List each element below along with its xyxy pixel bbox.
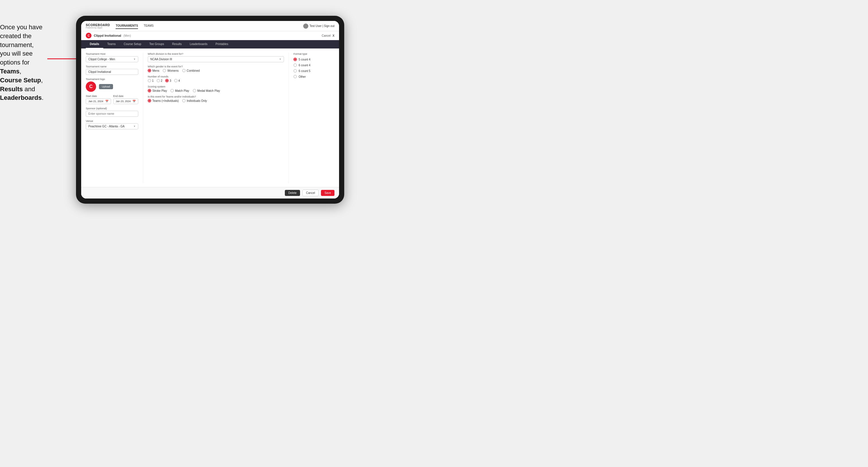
middle-column: Which division is the event for? NCAA Di…: [143, 53, 288, 183]
top-nav: SCOREBOARD Powered by clippd TOURNAMENTS…: [81, 21, 339, 31]
logo-area: SCOREBOARD Powered by clippd: [86, 23, 110, 29]
upload-button[interactable]: Upload: [99, 84, 113, 89]
tab-details[interactable]: Details: [86, 40, 103, 49]
tab-results[interactable]: Results: [168, 40, 186, 49]
teams-radio[interactable]: [148, 99, 151, 102]
scoring-radio-group: Stroke Play Match Play Medal Match Play: [148, 89, 284, 92]
date-row: Start date Jan 21, 2024 📅 End date Jan 2…: [86, 95, 138, 104]
nav-link-tournaments[interactable]: TOURNAMENTS: [116, 23, 138, 29]
end-date-group: End date Jan 23, 2024 📅: [113, 95, 138, 104]
breadcrumb-icon: C: [86, 33, 92, 38]
format-5count4-radio[interactable]: [293, 58, 297, 61]
rounds-4[interactable]: 4: [174, 79, 180, 82]
user-area: Test User | Sign out: [303, 24, 335, 29]
format-other[interactable]: Other: [293, 75, 335, 78]
scoring-match-radio[interactable]: [170, 89, 174, 92]
rounds-radio-group: 1 2 3 4: [148, 79, 284, 82]
individuals-radio[interactable]: [182, 99, 186, 102]
start-date-input[interactable]: Jan 21, 2024 📅: [86, 98, 111, 104]
individuals-only[interactable]: Individuals Only: [182, 99, 207, 102]
rounds-1-radio[interactable]: [148, 79, 151, 82]
tournament-host-input[interactable]: Clippd College - Men ▼: [86, 56, 138, 62]
tab-tee-groups[interactable]: Tee Groups: [145, 40, 168, 49]
sponsor-label: Sponsor (optional): [86, 107, 138, 110]
gender-womens-radio[interactable]: [163, 69, 166, 72]
tournament-logo-label: Tournament logo: [86, 78, 138, 81]
rounds-group: Number of rounds 1 2: [148, 75, 284, 82]
venue-label: Venue: [86, 120, 138, 123]
rounds-2-radio[interactable]: [157, 79, 160, 82]
tournament-logo-group: Tournament logo C Upload: [86, 78, 138, 92]
rounds-2[interactable]: 2: [157, 79, 163, 82]
gender-combined[interactable]: Combined: [182, 69, 200, 72]
format-6count4-radio[interactable]: [293, 63, 297, 67]
sponsor-input[interactable]: [86, 111, 138, 117]
breadcrumb-row: C Clippd Invitational (Men) Cancel X: [81, 31, 339, 40]
cancel-button[interactable]: Cancel: [302, 190, 319, 196]
calendar-end-icon: 📅: [132, 100, 136, 103]
scoring-group: Scoring system Stroke Play Match Play: [148, 85, 284, 92]
tab-printables[interactable]: Printables: [211, 40, 232, 49]
team-individual-label: Is this event for Teams and/or Individua…: [148, 95, 284, 98]
scoring-medal[interactable]: Medal Match Play: [193, 89, 220, 92]
scoring-stroke-radio[interactable]: [148, 89, 151, 92]
start-date-label: Start date: [86, 95, 111, 97]
user-label[interactable]: Test User | Sign out: [310, 24, 335, 28]
logo-circle: C: [86, 82, 96, 92]
team-individual-radio-group: Teams (+Individuals) Individuals Only: [148, 99, 284, 102]
format-5count4[interactable]: 5 count 4: [293, 58, 335, 61]
tab-course-setup[interactable]: Course Setup: [120, 40, 145, 49]
scoring-match[interactable]: Match Play: [170, 89, 189, 92]
tournament-host-label: Tournament Host: [86, 53, 138, 55]
scoring-label: Scoring system: [148, 85, 284, 88]
gender-mens[interactable]: Mens: [148, 69, 159, 72]
tournament-name-input[interactable]: Clippd Invitational: [86, 69, 138, 75]
tab-teams[interactable]: Teams: [103, 40, 120, 49]
team-individual-group: Is this event for Teams and/or Individua…: [148, 95, 284, 102]
scoring-medal-radio[interactable]: [193, 89, 196, 92]
tournament-name-label: Tournament name: [86, 65, 138, 68]
dropdown-arrow-icon: ▼: [133, 58, 136, 61]
instructional-text: Once you have created the tournament, yo…: [0, 23, 66, 102]
gender-radio-group: Mens Womens Combined: [148, 69, 284, 72]
delete-button[interactable]: Delete: [285, 190, 300, 196]
division-dropdown-icon: ▼: [279, 58, 281, 61]
tablet-screen: SCOREBOARD Powered by clippd TOURNAMENTS…: [81, 21, 339, 198]
nav-link-teams[interactable]: TEAMS: [144, 23, 153, 29]
format-6count5-radio[interactable]: [293, 69, 297, 72]
format-6count4[interactable]: 6 count 4: [293, 63, 335, 67]
tournament-name-group: Tournament name Clippd Invitational: [86, 65, 138, 75]
logo-subtitle: Powered by clippd: [86, 27, 110, 29]
end-date-input[interactable]: Jan 23, 2024 📅: [113, 98, 138, 104]
gender-womens[interactable]: Womens: [163, 69, 179, 72]
gender-mens-radio[interactable]: [148, 69, 151, 72]
gender-label: Which gender is the event for?: [148, 65, 284, 68]
right-column: Format type 5 count 4 6 count 4 6 cou: [288, 53, 335, 183]
rounds-3[interactable]: 3: [165, 79, 171, 82]
logo-upload-row: C Upload: [86, 82, 138, 92]
tabs-row: Details Teams Course Setup Tee Groups Re…: [81, 40, 339, 49]
rounds-1[interactable]: 1: [148, 79, 154, 82]
rounds-3-radio[interactable]: [165, 79, 169, 82]
cancel-top-button[interactable]: Cancel X: [321, 34, 335, 37]
scoring-stroke[interactable]: Stroke Play: [148, 89, 167, 92]
division-input[interactable]: NCAA Division III ▼: [148, 56, 284, 62]
calendar-icon: 📅: [105, 100, 108, 103]
format-6count5[interactable]: 6 count 5: [293, 69, 335, 72]
rounds-label: Number of rounds: [148, 75, 284, 78]
venue-input[interactable]: Peachtree GC - Atlanta - GA ▼: [86, 123, 138, 129]
teams-plus-individuals[interactable]: Teams (+Individuals): [148, 99, 179, 102]
main-content: Tournament Host Clippd College - Men ▼ T…: [81, 49, 339, 198]
form-area: Tournament Host Clippd College - Men ▼ T…: [81, 49, 339, 187]
division-label: Which division is the event for?: [148, 53, 284, 55]
gender-combined-radio[interactable]: [182, 69, 186, 72]
left-column: Tournament Host Clippd College - Men ▼ T…: [86, 53, 143, 183]
start-date-group: Start date Jan 21, 2024 📅: [86, 95, 111, 104]
end-date-label: End date: [113, 95, 138, 97]
tab-leaderboards[interactable]: Leaderboards: [186, 40, 211, 49]
rounds-4-radio[interactable]: [174, 79, 178, 82]
breadcrumb-name[interactable]: Clippd Invitational: [94, 34, 121, 37]
save-button[interactable]: Save: [321, 190, 335, 196]
format-other-radio[interactable]: [293, 75, 297, 78]
venue-group: Venue Peachtree GC - Atlanta - GA ▼: [86, 120, 138, 129]
